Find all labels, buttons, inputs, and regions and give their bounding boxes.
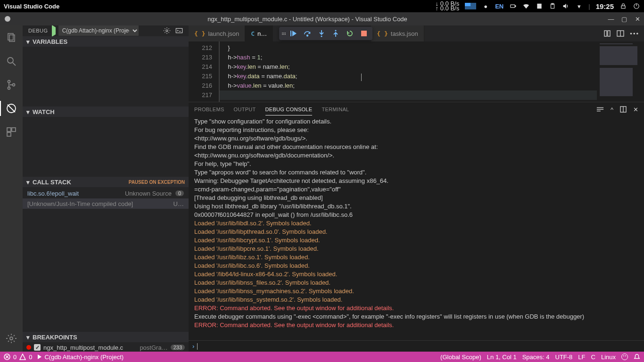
tab-output[interactable]: OUTPUT — [234, 104, 256, 115]
workspace-indicator[interactable] — [465, 3, 476, 9]
continue-button[interactable] — [287, 27, 300, 40]
compare-icon[interactable] — [603, 30, 611, 37]
divider: | — [588, 3, 590, 10]
record-icon[interactable]: ● — [482, 2, 489, 10]
svg-rect-27 — [361, 31, 367, 36]
restart-button[interactable] — [343, 27, 356, 40]
status-debug-config[interactable]: C(gdb Attach)-nginx (Project) — [38, 354, 124, 361]
debug-toolbar[interactable] — [279, 27, 372, 40]
breakpoint-dot-icon — [26, 345, 31, 350]
panel-tabs: PROBLEMS OUTPUT DEBUG CONSOLE TERMINAL ^… — [189, 102, 644, 116]
text-cursor — [361, 74, 362, 81]
clipboard-icon[interactable] — [549, 2, 556, 10]
feedback-icon[interactable] — [621, 354, 628, 360]
notifications-icon[interactable] — [634, 354, 640, 360]
window-titlebar[interactable]: ngx_http_multipost_module.c - Untitled (… — [0, 12, 644, 25]
battery-icon[interactable] — [509, 2, 517, 10]
os-indicators: ↓ 0.0 B/s ↑ 0.0 B/s ● EN ▾ | 19:25 — [436, 1, 640, 11]
power-icon[interactable] — [633, 2, 640, 10]
editor-tabs: { }launch.json Cn… { }tasks.json ••• — [189, 25, 644, 41]
tab-current-file[interactable]: Cn… — [245, 25, 273, 41]
split-editor-icon[interactable] — [617, 30, 624, 37]
step-into-button[interactable] — [315, 27, 328, 40]
svg-point-13 — [8, 87, 10, 90]
stack-frame[interactable]: libc.so.6!epoll_wait Unknown Source 0 — [23, 188, 189, 198]
callstack-section-header[interactable]: ▾CALL STACK PAUSED ON EXCEPTION — [23, 177, 189, 187]
repl-prompt: › — [192, 343, 194, 350]
activity-explorer[interactable] — [0, 28, 23, 47]
drag-handle-icon[interactable] — [281, 33, 286, 35]
tab-terminal[interactable]: TERMINAL — [322, 104, 349, 115]
collapse-panel-icon[interactable]: ^ — [611, 106, 613, 113]
window-minimize-button[interactable]: — — [604, 12, 618, 25]
clock[interactable]: 19:25 — [596, 2, 614, 10]
debug-header-label: DEBUG — [28, 28, 48, 33]
gear-icon[interactable] — [163, 27, 171, 34]
tab-tasks-json[interactable]: { }tasks.json — [371, 25, 424, 41]
watch-section-header[interactable]: ▾WATCH — [23, 107, 189, 117]
svg-rect-29 — [608, 31, 610, 36]
step-out-button[interactable] — [329, 27, 342, 40]
svg-rect-2 — [537, 4, 542, 9]
volume-icon[interactable] — [562, 2, 570, 10]
svg-line-16 — [8, 105, 15, 112]
word-wrap-icon[interactable] — [596, 106, 604, 113]
keyboard-layout[interactable]: EN — [495, 3, 504, 10]
line-gutter: 212213214 215216217 — [189, 41, 219, 102]
chevron-down-icon[interactable]: ▾ — [575, 2, 583, 10]
lock-icon[interactable] — [619, 2, 627, 10]
debug-console-input[interactable]: › — [189, 340, 644, 352]
activity-scm[interactable] — [0, 75, 23, 94]
breakpoints-section-header[interactable]: ▾BREAKPOINTS — [23, 332, 189, 342]
code-content[interactable]: } h->hash = 1; h->key.len = name.len; h-… — [219, 41, 597, 102]
paused-status: PAUSED ON EXCEPTION — [129, 180, 185, 185]
svg-rect-1 — [515, 6, 516, 7]
modified-dot-icon — [5, 16, 10, 22]
debug-header: DEBUG C(gdb Attach)-nginx (Project) — [23, 25, 189, 36]
status-eol[interactable]: LF — [578, 354, 585, 361]
tab-launch-json[interactable]: { }launch.json — [189, 25, 245, 41]
variables-section-header[interactable]: ▾VARIABLES — [23, 36, 189, 47]
window-close-button[interactable]: ✕ — [631, 12, 644, 25]
start-debug-button[interactable] — [52, 27, 56, 34]
code-editor[interactable]: 212213214 215216217 } h->hash = 1; h->ke… — [189, 41, 644, 102]
disk-icon[interactable] — [536, 2, 543, 10]
svg-rect-22 — [176, 28, 182, 33]
svg-rect-23 — [290, 31, 291, 36]
maximize-panel-icon[interactable] — [620, 106, 627, 113]
activity-extensions[interactable] — [0, 123, 23, 141]
breakpoint-row[interactable]: ✓ ngx_http_multipost_module.c postGra… 2… — [23, 342, 189, 352]
activity-debug[interactable] — [0, 99, 23, 118]
status-language[interactable]: C — [591, 354, 595, 361]
status-os[interactable]: Linux — [601, 354, 616, 361]
activity-settings[interactable] — [0, 329, 23, 348]
activity-search[interactable] — [0, 52, 23, 71]
svg-rect-28 — [604, 31, 607, 36]
status-problems[interactable]: 0 0 — [4, 354, 32, 361]
status-cursor-pos[interactable]: Ln 1, Col 1 — [487, 354, 517, 361]
window-title: ngx_http_multipost_module.c - Untitled (… — [10, 16, 604, 23]
tab-debug-console[interactable]: DEBUG CONSOLE — [265, 104, 313, 115]
svg-point-20 — [10, 337, 13, 340]
stop-button[interactable] — [357, 27, 371, 40]
stack-frame[interactable]: [Unknown/Just-In-Time compiled code] U… — [23, 198, 189, 209]
breakpoint-checkbox[interactable]: ✓ — [34, 344, 41, 351]
svg-rect-9 — [9, 35, 15, 41]
debug-console-output[interactable]: Type "show configuration" for configurat… — [189, 116, 644, 340]
status-encoding[interactable]: UTF-8 — [555, 354, 573, 361]
svg-point-26 — [335, 30, 336, 31]
debug-config-select[interactable]: C(gdb Attach)-nginx (Project) — [58, 25, 139, 36]
window-maximize-button[interactable]: ▢ — [618, 12, 631, 25]
tab-problems[interactable]: PROBLEMS — [194, 104, 224, 115]
activity-bar — [0, 25, 23, 352]
more-icon[interactable]: ••• — [630, 30, 639, 37]
os-app-title: Visual Studio Code — [4, 3, 59, 10]
debug-console-icon[interactable] — [175, 27, 183, 34]
minimap[interactable] — [597, 41, 644, 102]
close-panel-icon[interactable]: ✕ — [633, 106, 638, 113]
step-over-button[interactable] — [301, 27, 314, 40]
status-scope[interactable]: (Global Scope) — [440, 354, 481, 361]
svg-point-24 — [307, 35, 308, 36]
status-indent[interactable]: Spaces: 4 — [522, 354, 550, 361]
wifi-icon[interactable] — [522, 2, 530, 10]
